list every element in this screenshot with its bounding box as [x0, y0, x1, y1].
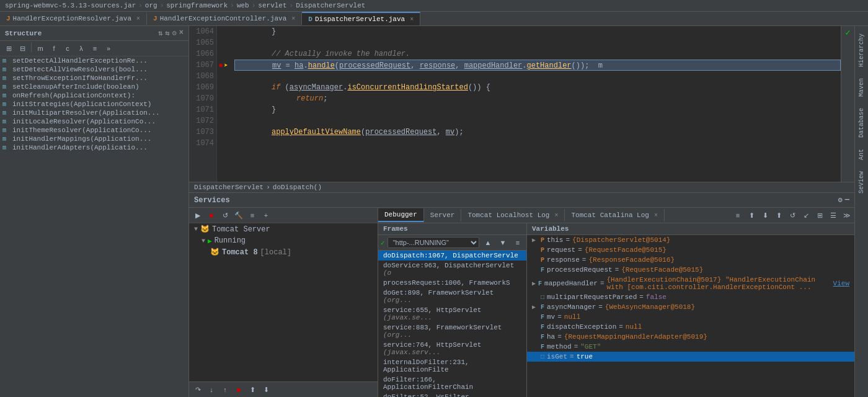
frame-item-3[interactable]: doGet:898, FrameworkServlet (org...: [378, 288, 526, 305]
frame-filter-btn[interactable]: ≡: [512, 236, 524, 249]
frame-item-6[interactable]: service:764, HttpServlet (javax.serv...: [378, 340, 526, 357]
sidebar-tree-item[interactable]: monRefresh(ApplicationContext):: [0, 91, 188, 100]
var-expand-am[interactable]: ▶: [532, 303, 538, 311]
sidebar-tree-item[interactable]: minitMultipartResolver(Application...: [0, 109, 188, 117]
more-btn[interactable]: »: [102, 42, 115, 55]
dbg-more2[interactable]: ≫: [841, 209, 853, 221]
var-mappedHandler[interactable]: ▶ F mappedHandler = {HandlerExecutionCha…: [527, 275, 854, 292]
tab-close-3[interactable]: ×: [410, 16, 414, 23]
database-tab[interactable]: Database: [857, 103, 866, 143]
frame-item-7[interactable]: internalDoFilter:231, ApplicationFilte: [378, 357, 526, 375]
services-settings-icon[interactable]: ⚙: [838, 195, 843, 205]
svc-restart-btn[interactable]: ↺: [219, 209, 231, 221]
svc-step-out[interactable]: ↑: [219, 383, 231, 396]
tomcat-server-item[interactable]: ▼ 🐱 Tomcat Server: [189, 223, 378, 235]
sidebar-tree-item[interactable]: msetDetectAllHandlerExceptionRe...: [0, 56, 188, 65]
tomcat8-icon: 🐱: [210, 248, 219, 257]
ant-tab[interactable]: Ant: [857, 144, 866, 165]
sidebar-tree-item[interactable]: minitStrategies(ApplicationContext): [0, 100, 188, 109]
sort-alpha-icon[interactable]: ⇅: [158, 29, 162, 38]
maven-tab[interactable]: Maven: [857, 73, 866, 102]
tomcat-catalina-close[interactable]: ×: [654, 212, 658, 219]
var-dispatchException[interactable]: F dispatchException = null: [527, 322, 854, 332]
tomcat8-item[interactable]: 🐱 Tomcat 8 [local]: [189, 246, 378, 258]
svc-step-over[interactable]: ↷: [192, 383, 204, 396]
running-item[interactable]: ▼ ▶ Running: [189, 235, 378, 246]
svc-resume-red[interactable]: ■: [232, 383, 245, 396]
svc-step-into[interactable]: ↓: [205, 383, 218, 396]
svc-stop-btn[interactable]: ■: [205, 209, 218, 221]
dbg-table[interactable]: ⊞: [813, 209, 826, 221]
var-method[interactable]: F method = "GET": [527, 342, 854, 352]
sidebar-tree-item[interactable]: minitHandlerMappings(Application...: [0, 135, 188, 143]
filter-btn[interactable]: ≡: [89, 42, 101, 55]
var-request[interactable]: P request = {RequestFacade@5015}: [527, 245, 854, 255]
frame-item-8[interactable]: doFilter:166, ApplicationFilterChain: [378, 375, 526, 392]
dbg-download[interactable]: ⬇: [759, 209, 771, 221]
filter-check: ✓: [381, 239, 385, 247]
lambda-btn[interactable]: λ: [75, 42, 87, 55]
svc-pause-up[interactable]: ⬆: [246, 383, 259, 396]
var-isGet[interactable]: □ isGet = true: [527, 352, 854, 362]
collapse-all-btn[interactable]: ⊟: [16, 42, 29, 55]
frame-item-9[interactable]: doFilter:52, WsFilter (org.apache.tc...: [378, 392, 526, 397]
tab-handler-exception-resolver[interactable]: J HandlerExceptionResolver.java ×: [0, 12, 147, 25]
var-mv[interactable]: F mv = null: [527, 312, 854, 322]
services-minimize-icon[interactable]: —: [845, 195, 849, 205]
svc-more-btn[interactable]: +: [260, 209, 272, 221]
close-sidebar-icon[interactable]: ×: [179, 29, 184, 38]
server-tab[interactable]: Server: [424, 209, 462, 221]
frame-up-btn[interactable]: ▲: [482, 236, 494, 249]
sidebar-tree-item[interactable]: msetCleanupAfterInclude(boolean): [0, 83, 188, 91]
expand-all-btn[interactable]: ⊞: [2, 42, 15, 55]
tab-dispatcher-servlet[interactable]: D DispatcherServlet.java ×: [302, 12, 420, 25]
var-processedRequest[interactable]: F processedRequest = {RequestFacade@5015…: [527, 265, 854, 275]
structure-sidebar: Structure ⇅ ⇆ ⚙ × ⊞ ⊟ m f c λ ≡ » msetDe…: [0, 26, 189, 397]
tab-close-2[interactable]: ×: [291, 16, 295, 22]
sort-icon[interactable]: ⇆: [165, 29, 169, 38]
var-asyncManager[interactable]: ▶ F asyncManager = {WebAsyncManager@5018…: [527, 302, 854, 312]
frame-filter-select[interactable]: "http-...RUNNING": [388, 237, 479, 248]
dbg-up2[interactable]: ⬆: [773, 209, 785, 221]
var-expand-mh[interactable]: ▶: [532, 280, 536, 287]
svc-filter-btn[interactable]: ≡: [246, 209, 259, 221]
dbg-upload[interactable]: ⬆: [745, 209, 758, 221]
svc-run-btn[interactable]: ▶: [192, 209, 204, 221]
hierarchy-tab[interactable]: Hierarchy: [857, 29, 866, 72]
class-btn[interactable]: c: [61, 42, 74, 55]
tab-close-1[interactable]: ×: [136, 16, 140, 22]
tab-handler-exception-controller[interactable]: J HandlerExceptionController.java ×: [147, 12, 302, 25]
svc-pause-dn[interactable]: ⬇: [260, 383, 272, 396]
dbg-list[interactable]: ☰: [827, 209, 839, 221]
svc-build-btn[interactable]: 🔨: [232, 209, 245, 221]
dbg-toggle-layout[interactable]: ≡: [732, 209, 744, 221]
sidebar-tree-item[interactable]: minitThemeResolver(ApplicationCo...: [0, 126, 188, 135]
sidebar-tree-item[interactable]: msetDetectAllViewResolvers(bool...: [0, 65, 188, 74]
frame-item-0[interactable]: doDispatch:1067, DispatcherServle: [378, 251, 526, 261]
dbg-step-in[interactable]: ↙: [800, 209, 812, 221]
frame-item-5[interactable]: service:883, FrameworkServlet (org...: [378, 323, 526, 340]
var-ha[interactable]: F ha = {RequestMappingHandlerAdapter@501…: [527, 332, 854, 342]
tomcat-localhost-tab[interactable]: Tomcat Localhost Log ×: [461, 209, 565, 221]
var-response[interactable]: P response = {ResponseFacade@5016}: [527, 255, 854, 265]
var-this[interactable]: ▶ P this = {DispatcherServlet@5014}: [527, 235, 854, 245]
field-btn[interactable]: f: [48, 42, 60, 55]
settings-icon[interactable]: ⚙: [172, 29, 177, 38]
frame-item-4[interactable]: service:655, HttpServlet (javax.se...: [378, 305, 526, 323]
dbg-reset[interactable]: ↺: [786, 209, 799, 221]
frame-down-btn[interactable]: ▼: [497, 236, 509, 249]
sidebar-tree-item[interactable]: minitLocaleResolver(ApplicationCo...: [0, 117, 188, 126]
sidebar-tree-item[interactable]: msetThrowExceptionIfNoHandlerFr...: [0, 74, 188, 83]
tomcat-catalina-tab[interactable]: Tomcat Catalina Log ×: [565, 209, 664, 221]
var-multipartRequestParsed[interactable]: □ multipartRequestParsed = false: [527, 292, 854, 302]
view-link[interactable]: View: [833, 280, 849, 287]
frame-item-2[interactable]: processRequest:1006, FrameworkS: [378, 278, 526, 288]
method-btn[interactable]: m: [34, 42, 46, 55]
tomcat-localhost-close[interactable]: ×: [554, 212, 558, 219]
code-content[interactable]: } // Actually invoke the handler. mv = h…: [229, 26, 841, 182]
seview-tab[interactable]: SeView: [857, 166, 866, 198]
var-expand-this[interactable]: ▶: [532, 236, 538, 244]
debugger-tab[interactable]: Debugger: [378, 208, 424, 222]
frame-item-1[interactable]: doService:963, DispatcherServlet (o: [378, 261, 526, 278]
sidebar-tree-item[interactable]: minitHandlerAdapters(Applicatio...: [0, 143, 188, 152]
